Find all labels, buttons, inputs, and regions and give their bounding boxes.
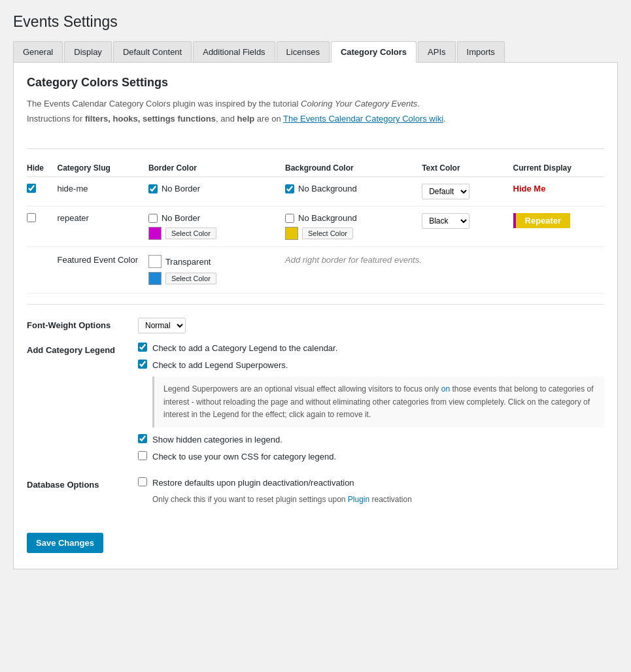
legend-check3-label: Show hidden categories in legend. [152,434,282,446]
display-repeater: Repeater [513,213,571,228]
settings-panel-title: Category Colors Settings [27,76,604,90]
featured-event-row: Featured Event Color Transparent Select … [27,247,604,294]
legend-check1[interactable] [138,343,147,352]
add-legend-row: Add Category Legend Check to add a Categ… [27,343,604,468]
text-color-select-hide-me[interactable]: Default Black White [422,184,469,199]
tab-navigation: General Display Default Content Addition… [13,41,618,63]
featured-desc: Add right border for featured events. [285,255,422,265]
featured-label: Featured Event Color [57,255,138,265]
hide-checkbox-repeater[interactable] [27,213,36,222]
slug-repeater: repeater [57,213,88,223]
featured-border-label: Transparent [165,257,211,267]
database-desc: Only check this if you want to reset plu… [152,495,412,504]
category-colors-table: Hide Category Slug Border Color Backgrou… [27,160,604,294]
font-weight-label: Font-Weight Options [27,318,138,330]
col-header-display: Current Display [513,160,604,177]
desc-line1: The Events Calendar Category Colors plug… [27,99,604,109]
section-divider [27,148,604,149]
add-legend-label: Add Category Legend [27,343,138,355]
font-weight-row: Font-Weight Options Normal Bold Lighter … [27,318,604,333]
desc1-suffix: . [417,99,420,109]
intro-section: Category Colors Settings The Events Cale… [27,76,604,135]
desc-line2: Instructions for filters, hooks, setting… [27,114,604,124]
database-check1-label: Restore defaults upon plugin deactivatio… [152,477,354,489]
tab-display[interactable]: Display [64,41,113,62]
database-options-row: Database Options Restore defaults upon p… [27,477,604,503]
border-checkbox-hide-me[interactable] [148,184,158,193]
database-check1-line: Restore defaults upon plugin deactivatio… [138,477,604,489]
save-changes-button[interactable]: Save Changes [27,533,103,553]
options-divider [27,304,604,305]
desc1-italic: Coloring Your Category Events [301,99,417,109]
bg-checkbox-hide-me[interactable] [285,184,294,193]
font-weight-select[interactable]: Normal Bold Lighter Bolder [138,318,186,333]
legend-check4-line: Check to use your own CSS for category l… [138,451,604,463]
legend-check2-line: Check to add Legend Superpowers. [138,360,604,371]
database-options-label: Database Options [27,477,138,490]
border-swatch-repeater [148,227,162,240]
border-label-repeater: No Border [162,213,200,223]
tab-general[interactable]: General [13,41,64,62]
tab-licenses[interactable]: Licenses [277,41,331,62]
border-checkbox-repeater[interactable] [148,214,158,223]
table-row: hide-me No Border No Background [27,177,604,207]
legend-check1-line: Check to add a Category Legend to the ca… [138,343,604,354]
select-bg-color-repeater[interactable]: Select Color [302,227,353,239]
options-section: Font-Weight Options Normal Bold Lighter … [27,318,604,504]
bg-label-hide-me: No Background [298,184,357,193]
hide-checkbox-hide-me[interactable] [27,184,36,193]
tab-category-colors[interactable]: Category Colors [331,41,418,62]
legend-check3[interactable] [138,434,147,443]
tab-panel-category-colors: Category Colors Settings The Events Cale… [13,63,618,569]
tab-apis[interactable]: APIs [418,41,456,62]
tab-imports[interactable]: Imports [457,41,506,62]
featured-border-swatch-transparent [148,255,162,268]
featured-select-color-btn[interactable]: Select Color [165,273,216,284]
col-header-slug: Category Slug [57,160,148,177]
select-border-color-repeater[interactable]: Select Color [165,227,216,239]
bg-label-repeater: No Background [298,213,357,223]
legend-check1-label: Check to add a Category Legend to the ca… [152,343,337,354]
desc2-end: . [443,114,446,124]
tab-additional-fields[interactable]: Additional Fields [193,41,276,62]
desc1-prefix: The Events Calendar Category Colors plug… [27,99,301,109]
text-color-select-repeater[interactable]: Default Black White [422,213,469,229]
legend-check4-label: Check to use your own CSS for category l… [152,451,336,463]
desc2-prefix: Instructions for [27,114,85,124]
desc2-strong2: help [237,114,254,124]
col-header-hide: Hide [27,160,57,177]
tab-default-content[interactable]: Default Content [113,41,193,62]
desc2-suffix-prefix: are on [254,114,283,124]
highlight-on: on [441,384,450,394]
slug-hide-me: hide-me [57,184,88,193]
display-hide-me: Hide Me [513,184,546,193]
database-check1[interactable] [138,477,147,486]
wiki-link[interactable]: The Events Calendar Category Colors wiki [283,114,443,124]
desc2-strong: filters, hooks, settings functions [85,114,216,124]
featured-border-swatch-blue [148,272,162,285]
legend-check3-line: Show hidden categories in legend. [138,434,604,446]
bg-swatch-repeater [285,227,298,240]
table-row: repeater No Border Select Color No [27,207,604,247]
legend-check4[interactable] [138,451,147,460]
desc2-middle: , and [216,114,237,124]
superpowers-description: Legend Superpowers are an optional visua… [152,377,604,428]
page-title: Events Settings [13,13,618,31]
bg-checkbox-repeater[interactable] [285,214,294,223]
col-header-background: Background Color [285,160,422,177]
legend-check2[interactable] [138,360,147,369]
legend-check2-label: Check to add Legend Superpowers. [152,360,288,371]
col-header-border: Border Color [148,160,285,177]
border-label-hide-me: No Border [162,184,200,193]
plugin-highlight: Plugin [348,495,369,504]
col-header-text: Text Color [422,160,513,177]
